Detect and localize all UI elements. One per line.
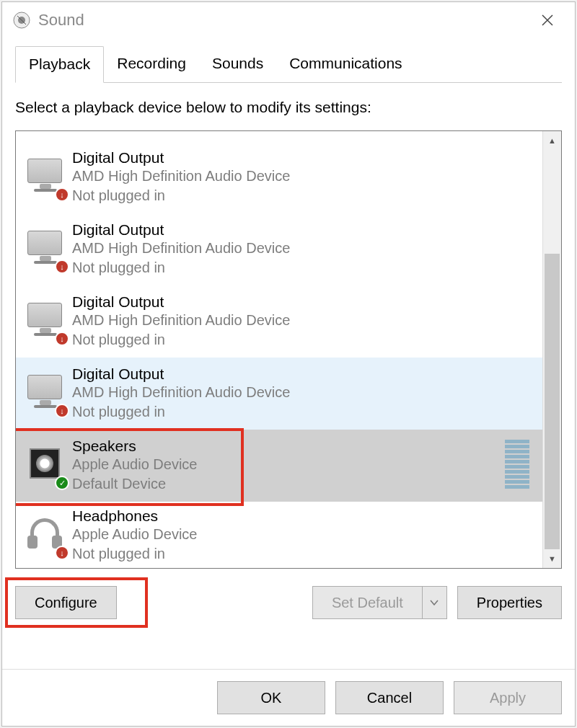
device-subtitle: Apple Audio Device — [72, 455, 197, 474]
unplugged-badge-icon: ↓ — [55, 404, 69, 418]
tab-sounds[interactable]: Sounds — [199, 46, 276, 83]
list-item-partial — [16, 131, 542, 141]
instruction-text: Select a playback device below to modify… — [15, 99, 562, 116]
window-title: Sound — [38, 11, 84, 30]
apply-button[interactable]: Apply — [454, 681, 562, 714]
set-default-button[interactable]: Set Default — [312, 586, 423, 619]
titlebar: Sound — [2, 2, 575, 38]
tab-communications[interactable]: Communications — [276, 46, 415, 83]
device-title: Digital Output — [72, 293, 290, 311]
monitor-icon: ↓ — [23, 228, 66, 271]
monitor-icon: ↓ — [23, 156, 66, 199]
device-title: Speakers — [72, 438, 197, 455]
dialog-button-row: OK Cancel Apply — [2, 669, 575, 726]
headphones-icon: ↓ — [23, 514, 66, 557]
device-status: Not plugged in — [72, 544, 197, 564]
device-subtitle: AMD High Definition Audio Device — [72, 383, 290, 402]
list-item[interactable]: ↓ Digital Output AMD High Definition Aud… — [16, 141, 542, 213]
close-button[interactable] — [526, 2, 569, 38]
device-subtitle: AMD High Definition Audio Device — [72, 167, 290, 186]
unplugged-badge-icon: ↓ — [55, 546, 69, 560]
cancel-button[interactable]: Cancel — [335, 681, 444, 714]
device-title: Digital Output — [72, 149, 290, 167]
list-item[interactable]: ↓ Digital Output AMD High Definition Aud… — [16, 285, 542, 358]
list-item[interactable]: ↓ Digital Output AMD High Definition Aud… — [16, 213, 542, 285]
sound-dialog: Sound Playback Recording Sounds Communic… — [1, 1, 576, 727]
device-subtitle: Apple Audio Device — [72, 525, 197, 544]
device-status: Not plugged in — [72, 186, 290, 205]
tabstrip: Playback Recording Sounds Communications — [15, 45, 562, 83]
sound-icon — [12, 11, 31, 30]
monitor-icon: ↓ — [23, 300, 66, 343]
tab-playback[interactable]: Playback — [15, 46, 104, 83]
scroll-up-icon[interactable]: ▲ — [543, 131, 561, 150]
tab-content: Select a playback device below to modify… — [2, 83, 575, 669]
unplugged-badge-icon: ↓ — [55, 187, 69, 202]
device-action-row: Configure Set Default Properties — [15, 586, 562, 619]
scroll-down-icon[interactable]: ▼ — [543, 549, 561, 568]
monitor-icon: ↓ — [23, 372, 66, 415]
list-item-selected[interactable]: ✓ Speakers Apple Audio Device Default De… — [16, 430, 542, 502]
device-status: Not plugged in — [72, 402, 290, 422]
device-subtitle: AMD High Definition Audio Device — [72, 239, 290, 258]
device-title: Digital Output — [72, 221, 290, 239]
set-default-dropdown[interactable] — [423, 586, 447, 619]
device-list: ↓ Digital Output AMD High Definition Aud… — [15, 130, 562, 569]
configure-button[interactable]: Configure — [15, 586, 117, 619]
device-title: Digital Output — [72, 365, 290, 383]
properties-button[interactable]: Properties — [457, 586, 562, 619]
device-status: Not plugged in — [72, 330, 290, 350]
ok-button[interactable]: OK — [217, 681, 325, 714]
list-item[interactable]: ↓ Digital Output AMD High Definition Aud… — [16, 358, 542, 430]
unplugged-badge-icon: ↓ — [55, 332, 69, 346]
default-badge-icon: ✓ — [55, 476, 69, 490]
scrollbar[interactable]: ▲ ▼ — [542, 131, 561, 568]
unplugged-badge-icon: ↓ — [55, 259, 69, 274]
scroll-thumb[interactable] — [545, 254, 560, 549]
speaker-icon: ✓ — [23, 444, 66, 487]
level-meter — [505, 440, 529, 489]
device-title: Headphones — [72, 507, 197, 525]
tab-recording[interactable]: Recording — [104, 46, 199, 83]
device-list-items: ↓ Digital Output AMD High Definition Aud… — [16, 131, 542, 568]
device-subtitle: AMD High Definition Audio Device — [72, 311, 290, 330]
device-status: Default Device — [72, 474, 197, 494]
list-item[interactable]: ↓ Headphones Apple Audio Device Not plug… — [16, 502, 542, 568]
device-status: Not plugged in — [72, 258, 290, 278]
